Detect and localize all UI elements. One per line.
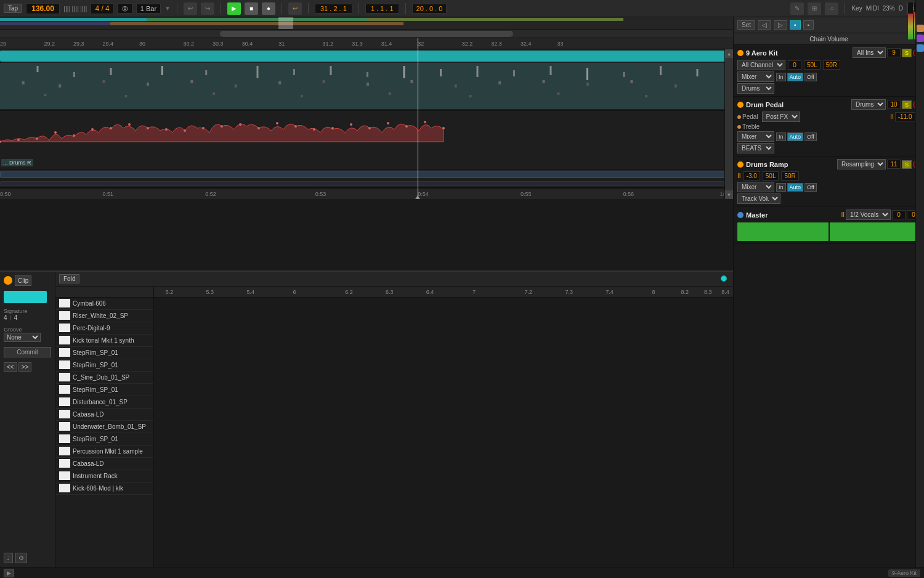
- right-btn-2[interactable]: [917, 35, 924, 42]
- play-status-button[interactable]: ▶: [4, 569, 14, 577]
- track-expand-ramp[interactable]: [737, 161, 744, 168]
- forward-transport-button[interactable]: ↪: [201, 2, 214, 15]
- track-expand-aero[interactable]: [737, 50, 744, 56]
- instrument-row-steprim2[interactable]: StepRim_SP_01: [55, 359, 153, 372]
- track-pan-l[interactable]: 0: [788, 60, 801, 70]
- grid-tool[interactable]: ⊞: [808, 2, 821, 15]
- fold-button[interactable]: Fold: [59, 274, 79, 283]
- track-mode-select-ramp[interactable]: Mixer: [737, 182, 774, 192]
- in-button-ramp[interactable]: In: [776, 183, 786, 192]
- clip-color-swatch[interactable]: [4, 291, 47, 303]
- track-beats-select[interactable]: BEATS: [737, 143, 774, 153]
- loop-button[interactable]: ↩: [288, 2, 302, 15]
- track-sub-select[interactable]: Drums: [737, 83, 774, 94]
- track-pan-r-l[interactable]: 50L: [804, 60, 821, 70]
- solo-button-ramp[interactable]: S: [902, 160, 912, 169]
- in-button-aero[interactable]: In: [776, 73, 786, 81]
- track-pan-r-r[interactable]: 50R: [823, 60, 840, 70]
- instrument-row-cymbal[interactable]: Cymbal-606: [55, 298, 153, 310]
- track-volume-select[interactable]: Track Volume: [737, 193, 780, 204]
- instrument-row-cabasa2[interactable]: Cabasa-LD: [55, 458, 153, 470]
- svg-rect-10: [403, 66, 405, 78]
- pencil-tool[interactable]: ✎: [790, 2, 804, 15]
- track-type-select-ramp[interactable]: Resampling: [837, 159, 886, 169]
- right-btn-1[interactable]: [917, 25, 924, 32]
- mixer-set-button[interactable]: Set: [737, 20, 755, 30]
- track-number-ramp[interactable]: 11: [887, 160, 901, 169]
- master-sub-select[interactable]: 1/2 Vocals: [846, 210, 891, 220]
- track-expand-pedal[interactable]: [737, 102, 744, 108]
- record-button[interactable]: ●: [262, 2, 275, 15]
- mixer-nav-fwd[interactable]: ▷: [774, 20, 787, 30]
- tempo-values[interactable]: 20 . 0 . 0: [412, 4, 447, 14]
- instrument-row-steprim1[interactable]: StepRim_SP_01: [55, 347, 153, 359]
- time-signature[interactable]: 4 / 4: [91, 3, 113, 14]
- pedal-db[interactable]: -11.0: [895, 112, 915, 121]
- track-type-select-pedal[interactable]: Drums: [851, 99, 886, 110]
- back-transport-button[interactable]: ↩: [184, 2, 197, 15]
- instrument-row-kick[interactable]: Kick tonal Mkit 1 synth: [55, 335, 153, 347]
- clip-label-button[interactable]: Clip: [15, 275, 31, 286]
- h-scrollbar-thumb[interactable]: [220, 31, 513, 37]
- stop-button[interactable]: ■: [245, 2, 258, 15]
- settings-icon-button[interactable]: ⚙: [15, 553, 27, 563]
- instrument-row-kick606[interactable]: Kick-606-Mod | klk: [55, 482, 153, 495]
- sig-numerator[interactable]: 4: [4, 314, 7, 321]
- instrument-row-csine[interactable]: C_Sine_Dub_01_SP: [55, 372, 153, 384]
- off-button-aero[interactable]: Off: [804, 73, 817, 81]
- instrument-row-perc[interactable]: Perc-Digital-9: [55, 322, 153, 335]
- auto-button-ramp[interactable]: Auto: [787, 183, 804, 192]
- h-scrollbar[interactable]: [0, 30, 733, 38]
- play-button[interactable]: ▶: [227, 2, 241, 15]
- next-button[interactable]: >>: [18, 362, 32, 372]
- groove-select[interactable]: None: [4, 333, 41, 342]
- track-number-9[interactable]: 9: [887, 48, 901, 57]
- mixer-active-view[interactable]: ▪: [790, 20, 801, 30]
- auto-button-pedal[interactable]: Auto: [787, 132, 804, 141]
- track-mode-select[interactable]: Mixer: [737, 71, 774, 82]
- off-button-ramp[interactable]: Off: [804, 183, 817, 192]
- notes-icon-button[interactable]: ♩: [4, 553, 13, 563]
- instrument-row-cabasa[interactable]: Cabasa-LD: [55, 409, 153, 421]
- ramp-db[interactable]: -3.0: [744, 171, 760, 181]
- solo-button-pedal[interactable]: S: [902, 100, 912, 109]
- right-btn-3[interactable]: [917, 44, 924, 52]
- master-level[interactable]: 0: [892, 210, 906, 219]
- instrument-row-dist[interactable]: Disturbance_01_SP: [55, 396, 153, 409]
- scroll-up-button[interactable]: ▲: [725, 49, 733, 58]
- off-button-pedal[interactable]: Off: [804, 132, 817, 141]
- scroll-down-button[interactable]: ▼: [725, 190, 733, 199]
- instrument-row-percussion[interactable]: Percussion Mkit 1 sample: [55, 446, 153, 458]
- in-button-pedal[interactable]: In: [776, 132, 786, 141]
- loop-start-display[interactable]: 1 . 1 . 1: [365, 4, 399, 14]
- prev-button[interactable]: <<: [4, 362, 17, 372]
- position-display[interactable]: 31 . 2 . 1: [315, 4, 352, 14]
- track-mode-select-pedal[interactable]: Mixer: [737, 131, 774, 142]
- instrument-row-steprim4[interactable]: StepRim_SP_01: [55, 433, 153, 446]
- pedal-routing-select[interactable]: Post FX: [762, 112, 800, 122]
- tap-button[interactable]: Tap: [4, 4, 22, 13]
- instrument-row-riser[interactable]: Riser_White_02_SP: [55, 310, 153, 322]
- circle-tool[interactable]: ○: [825, 2, 838, 15]
- quantize-display[interactable]: 1 Bar: [136, 4, 161, 14]
- loop-indicator[interactable]: ◎: [118, 3, 132, 14]
- track-expand-master[interactable]: [737, 212, 744, 218]
- sig-denominator[interactable]: 4: [14, 314, 18, 321]
- ramp-pan-l[interactable]: 50L: [763, 171, 779, 181]
- track-3-clip[interactable]: [0, 171, 733, 178]
- track-input-select[interactable]: All Ins: [853, 47, 886, 58]
- instrument-row-steprim3[interactable]: StepRim_SP_01: [55, 384, 153, 396]
- instrument-row-underwater[interactable]: Underwater_Bomb_01_SP: [55, 421, 153, 433]
- mixer-nav-back[interactable]: ◁: [758, 20, 771, 30]
- commit-button[interactable]: Commit: [4, 347, 51, 357]
- auto-button-aero[interactable]: Auto: [787, 73, 804, 81]
- ramp-pan-r[interactable]: 50R: [781, 171, 798, 181]
- cyan-clip[interactable]: [0, 51, 733, 62]
- track-channel-select[interactable]: All Channel: [737, 60, 785, 70]
- bpm-display[interactable]: 136.00: [26, 3, 60, 14]
- instrument-row-instrack[interactable]: Instrument Rack: [55, 470, 153, 482]
- mixer-second-view[interactable]: ▪: [803, 20, 814, 30]
- piano-roll-grid[interactable]: 5.2 5.3 5.4 6 6.2 6.3 6.4 7 7.2 7.3 7.4 …: [154, 287, 733, 567]
- track-number-pedal[interactable]: 10: [887, 100, 901, 109]
- solo-button-aero[interactable]: S: [902, 49, 912, 57]
